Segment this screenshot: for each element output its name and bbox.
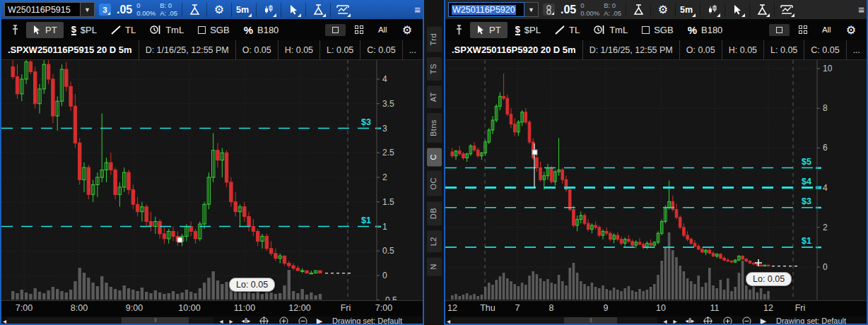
menu-icon[interactable]: ≡ (858, 4, 864, 16)
chart-more-button[interactable]: ... (847, 40, 867, 59)
play-icon[interactable]: ▶ (758, 317, 768, 325)
chart-settings-button[interactable]: ⚙ (840, 20, 862, 40)
crosshair-icon[interactable] (257, 317, 270, 325)
zoom-out-icon[interactable] (296, 317, 309, 325)
square-icon (198, 26, 206, 34)
chart-high: H: 0.05 (278, 40, 320, 59)
trendline-button[interactable]: TL (549, 22, 586, 38)
side-tab-c[interactable]: C (427, 148, 442, 166)
chart-header: .SPXW250116P5915 20 D 5m D: 1/16/25, 12:… (1, 40, 423, 60)
scroll-left-icon[interactable]: ◂ (2, 317, 7, 325)
studies-flask-icon[interactable] (310, 3, 326, 17)
chart-link-button[interactable] (543, 4, 555, 16)
dollar-pl-button[interactable]: $$PL (65, 22, 103, 38)
change-stack: 00.00% (136, 2, 156, 17)
trendline-icon (111, 25, 121, 35)
scrollbar-track[interactable]: ⦀ (451, 317, 657, 324)
scrollbar-thumb[interactable]: ⦀ (122, 317, 189, 324)
side-tab-at[interactable]: AT (427, 85, 442, 108)
drawing-toolbar: PT $$PL TL TmL SGB %B180 All (445, 19, 867, 40)
chart-low: L: 0.05 (320, 40, 360, 59)
zoom-out-icon[interactable] (740, 317, 753, 325)
side-tab-btns[interactable]: Btns (427, 113, 442, 143)
chart-svg: $3$143.532.521.510.50-0.5 (1, 60, 424, 300)
chart-low: L: 0.05 (764, 40, 804, 59)
pointer-tool-button[interactable]: PT (26, 22, 64, 38)
all-button[interactable]: All (816, 23, 837, 37)
side-tab-db[interactable]: DB (427, 201, 442, 225)
timeline-button[interactable]: TmL (587, 22, 634, 38)
b180-button[interactable]: %B180 (237, 21, 286, 39)
chart-settings-button[interactable]: ⚙ (396, 20, 418, 40)
step-left-icon[interactable]: ◂ (218, 317, 225, 325)
step-right-icon[interactable]: ▸ (228, 317, 235, 325)
time-axis: 7:008:009:0010:0011:0012:00Fri7:00 (1, 300, 423, 317)
single-chart-button[interactable] (769, 24, 790, 36)
zoom-in-icon[interactable] (277, 317, 290, 325)
scroll-left-icon[interactable]: ◂ (446, 317, 451, 325)
trendline-button[interactable]: TL (105, 22, 142, 38)
candlestick-chart-left[interactable]: $3$143.532.521.510.50-0.5 Lo: 0.05 (1, 60, 424, 300)
chart-style-icon[interactable] (261, 3, 276, 17)
symbol-input[interactable]: W250116P5920 (448, 2, 524, 17)
pin-icon[interactable] (6, 25, 25, 35)
scrollbar-thumb[interactable]: ⦀ (564, 317, 617, 324)
settings-gear-icon[interactable]: ⚙ (211, 3, 227, 17)
drawing-set-label[interactable]: Drawing set: Default (776, 317, 846, 325)
chart-svg: $5$4$3$11086420 (445, 60, 868, 300)
candlestick-chart-right[interactable]: $5$4$3$11086420 Lo: 0.05 (445, 60, 868, 300)
side-tab-oc[interactable]: OC (427, 171, 442, 196)
side-tab-ts[interactable]: TS (427, 57, 442, 81)
menu-icon[interactable]: ≡ (414, 4, 420, 16)
b180-button[interactable]: %B180 (681, 21, 729, 39)
dollar-pl-button[interactable]: $$PL (509, 22, 547, 38)
flask-icon[interactable] (187, 3, 202, 17)
pointer-tool-button[interactable]: PT (470, 22, 508, 38)
bid-ask-stack: B: 0A: .05 (604, 2, 621, 17)
all-button[interactable]: All (373, 23, 393, 37)
symbol-dropdown-caret[interactable]: ▼ (524, 2, 539, 17)
crosshair-icon[interactable] (701, 317, 714, 325)
chart-link-button[interactable]: 3 (99, 4, 111, 16)
symbol-dropdown-caret[interactable]: ▼ (81, 2, 95, 17)
gear-icon: ⚙ (846, 23, 856, 37)
timeframe-button[interactable]: 5m (236, 3, 252, 17)
low-tooltip: Lo: 0.05 (746, 272, 792, 286)
chart-style-icon[interactable] (705, 3, 720, 17)
chart-more-button[interactable]: ... (403, 40, 423, 59)
side-tab-trd[interactable]: Trd (427, 27, 442, 52)
drawings-icon[interactable] (779, 3, 794, 17)
symbol-input[interactable]: W250116P5915 (4, 2, 81, 17)
studies-flask-icon[interactable] (754, 3, 770, 17)
step-left-icon[interactable]: ◂ (662, 317, 669, 325)
scrollbar-track[interactable]: ⦀ (7, 317, 213, 324)
grid-layout-button[interactable] (348, 23, 370, 37)
settings-gear-icon[interactable]: ⚙ (655, 3, 671, 17)
sgb-button[interactable]: SGB (192, 22, 235, 38)
chart-bottom-bar: ◂ ⦀ ◂ ▸ ◂‖▸ ▶ Drawing set: Default (1, 317, 423, 325)
timeframe-button[interactable]: 5m (680, 3, 696, 17)
zoom-in-icon[interactable] (721, 317, 734, 325)
last-price: .05 (117, 4, 132, 16)
sgb-button[interactable]: SGB (635, 22, 679, 38)
step-right-icon[interactable]: ▸ (671, 317, 679, 325)
drawings-icon[interactable] (335, 3, 351, 17)
time-axis-label: 11 (710, 303, 720, 313)
side-tab-l2[interactable]: L2 (427, 230, 442, 252)
single-chart-button[interactable] (325, 24, 346, 36)
pin-icon[interactable] (450, 25, 469, 35)
grid-layout-button[interactable] (792, 23, 814, 37)
side-tab-n[interactable]: N (427, 257, 442, 276)
bid-ask-stack: B: 0A: .05 (160, 2, 177, 17)
cursor-tool-icon[interactable] (286, 3, 301, 17)
pan-icon[interactable]: ◂‖▸ (239, 317, 253, 325)
cursor-tool-icon[interactable] (729, 3, 745, 17)
time-axis-label: 10:00 (178, 303, 200, 313)
svg-text:$3: $3 (802, 196, 811, 206)
play-icon[interactable]: ▶ (315, 317, 324, 325)
drawing-set-label[interactable]: Drawing set: Default (332, 317, 402, 325)
pan-icon[interactable]: ◂‖▸ (683, 317, 697, 325)
time-axis-label: Fri (341, 303, 351, 313)
timeline-button[interactable]: TmL (143, 22, 190, 38)
flask-icon[interactable] (631, 3, 646, 17)
